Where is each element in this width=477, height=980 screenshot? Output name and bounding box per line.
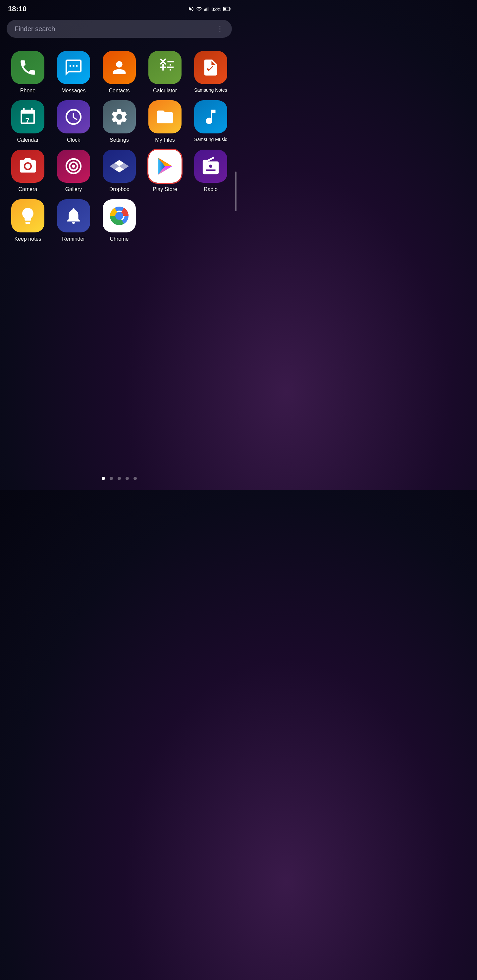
contacts-icon: [103, 51, 136, 84]
page-dot-1[interactable]: [102, 477, 105, 480]
samsung-notes-label: Samsung Notes: [194, 88, 227, 93]
gallery-label: Gallery: [65, 186, 82, 192]
svg-point-19: [115, 212, 123, 220]
page-dot-2[interactable]: [110, 477, 113, 480]
status-icons: 32%: [188, 6, 231, 12]
play-store-label: Play Store: [153, 186, 177, 192]
app-chrome[interactable]: Chrome: [98, 199, 140, 242]
svg-rect-1: [205, 9, 206, 11]
app-keep-notes[interactable]: Keep notes: [6, 199, 49, 242]
settings-icon: [103, 100, 136, 134]
app-dropbox[interactable]: Dropbox: [98, 150, 140, 192]
status-time: 18:10: [8, 5, 27, 13]
camera-label: Camera: [19, 186, 37, 192]
radio-label: Radio: [204, 186, 218, 192]
app-camera[interactable]: Camera: [6, 150, 49, 192]
svg-rect-2: [206, 8, 207, 11]
app-samsung-music[interactable]: Samsung Music: [190, 100, 232, 143]
calculator-icon: +÷ ×−: [148, 51, 182, 84]
messages-label: Messages: [62, 88, 86, 94]
phone-icon: [11, 51, 45, 84]
calculator-label: Calculator: [153, 88, 177, 94]
app-messages[interactable]: Messages: [52, 51, 95, 94]
samsung-notes-icon: [194, 51, 227, 84]
svg-text:×−: ×−: [160, 58, 174, 68]
chrome-icon: [103, 199, 136, 232]
calendar-icon: 7: [11, 100, 45, 134]
search-placeholder: Finder search: [14, 25, 55, 33]
svg-rect-5: [224, 8, 226, 10]
app-phone[interactable]: Phone: [6, 51, 49, 94]
my-files-icon: [148, 100, 182, 134]
my-files-label: My Files: [155, 137, 175, 143]
app-grid: Phone Messages Contacts +÷ ×− Calculator…: [0, 48, 238, 245]
svg-rect-3: [208, 6, 209, 11]
app-calculator[interactable]: +÷ ×− Calculator: [144, 51, 186, 94]
contacts-label: Contacts: [108, 88, 129, 94]
reminder-label: Reminder: [62, 236, 85, 242]
search-more-icon[interactable]: ⋮: [216, 24, 224, 33]
keep-notes-icon: [11, 199, 45, 232]
calendar-label: Calendar: [17, 137, 39, 143]
page-dots: [0, 477, 238, 480]
app-samsung-notes[interactable]: Samsung Notes: [190, 51, 232, 94]
chrome-label: Chrome: [110, 236, 129, 242]
app-my-files[interactable]: My Files: [144, 100, 186, 143]
app-clock[interactable]: Clock: [52, 100, 95, 143]
keep-notes-label: Keep notes: [14, 236, 41, 242]
battery-percent: 32%: [211, 6, 221, 12]
app-gallery[interactable]: Gallery: [52, 150, 95, 192]
page-dot-5[interactable]: [134, 477, 137, 480]
reminder-icon: [57, 199, 90, 232]
radio-icon: [194, 150, 227, 183]
app-settings[interactable]: Settings: [98, 100, 140, 143]
svg-text:7: 7: [26, 117, 29, 125]
app-radio[interactable]: Radio: [190, 150, 232, 192]
gallery-icon: [57, 150, 90, 183]
page-dot-3[interactable]: [118, 477, 121, 480]
phone-label: Phone: [20, 88, 35, 94]
app-reminder[interactable]: Reminder: [52, 199, 95, 242]
dropbox-icon: [103, 150, 136, 183]
clock-icon: [57, 100, 90, 134]
camera-icon: [11, 150, 45, 183]
signal-icon: [204, 6, 209, 11]
mute-icon: [188, 6, 194, 12]
app-play-store[interactable]: Play Store: [144, 150, 186, 192]
battery-icon: [223, 6, 231, 11]
samsung-music-label: Samsung Music: [194, 137, 227, 142]
samsung-music-icon: [194, 100, 227, 134]
scroll-indicator: [235, 172, 236, 211]
svg-rect-6: [230, 8, 230, 10]
svg-rect-0: [204, 9, 205, 11]
app-calendar[interactable]: 7 Calendar: [6, 100, 49, 143]
page-dot-4[interactable]: [126, 477, 129, 480]
status-bar: 18:10 32%: [0, 0, 238, 17]
play-store-icon: [148, 150, 182, 183]
wifi-icon: [196, 6, 202, 12]
search-bar[interactable]: Finder search ⋮: [6, 20, 232, 38]
dropbox-label: Dropbox: [109, 186, 129, 192]
settings-label: Settings: [110, 137, 129, 143]
app-contacts[interactable]: Contacts: [98, 51, 140, 94]
clock-label: Clock: [67, 137, 80, 143]
messages-icon: [57, 51, 90, 84]
